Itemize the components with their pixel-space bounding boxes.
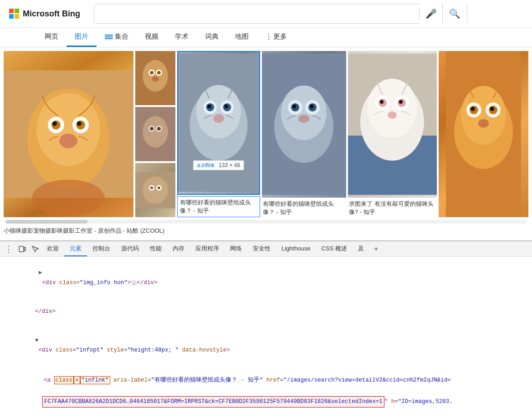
- devtools-toolbar: ⋮ 欢迎 元素 控制台 源代码 性能 内存 应用程序 网络 安全性 Lighth…: [0, 241, 532, 257]
- code-line-1[interactable]: ▶ <div class="img_info hon">…</div>: [0, 259, 532, 297]
- caption-col-2-spacer: [177, 226, 179, 235]
- inspect-element-icon[interactable]: [29, 243, 41, 255]
- image-captions-row: 小猫咪摄影宠物摄影咪摄影工作室 - 原创作品 - 站酷 (ZCOOL): [4, 226, 528, 237]
- image-grid: a.inflnk 133 × 48 有哪些好看的猫咪壁纸或头像？ - 知乎: [4, 51, 528, 217]
- devtools-tab-performance[interactable]: 性能: [144, 242, 167, 256]
- device-mode-icon[interactable]: [16, 243, 29, 255]
- svg-point-7: [52, 122, 57, 126]
- small-cat-2-img: [135, 107, 175, 161]
- svg-rect-72: [19, 246, 24, 252]
- tab-images[interactable]: 图片: [66, 28, 97, 47]
- svg-point-12: [143, 60, 168, 92]
- devtools-tab-application[interactable]: 应用程序: [190, 242, 225, 256]
- devtools-tab-console[interactable]: 控制台: [87, 242, 116, 256]
- image-col-6[interactable]: [439, 51, 528, 217]
- image-cell-gray-cat-2[interactable]: [262, 51, 346, 198]
- svg-point-70: [490, 107, 494, 111]
- caption-3-text: 有哪些好看的猫咪壁纸或头像？ - 知乎: [262, 199, 346, 217]
- tab-map[interactable]: 地图: [227, 28, 257, 47]
- svg-point-60: [399, 100, 403, 104]
- white-cat-img: [348, 51, 437, 198]
- image-col-2: [135, 51, 175, 217]
- devtools-tab-security[interactable]: 安全性: [247, 242, 276, 256]
- devtools-tab-sources[interactable]: 源代码: [116, 242, 144, 256]
- svg-point-50: [298, 115, 309, 123]
- svg-point-43: [281, 86, 327, 140]
- svg-point-39: [225, 105, 228, 108]
- mic-icon: 🎤: [425, 8, 437, 19]
- tab-collection[interactable]: 集合: [97, 28, 137, 47]
- tab-academic[interactable]: 学术: [167, 28, 197, 47]
- image-cell-small-cat-3[interactable]: [135, 163, 175, 217]
- image-col-4: 有哪些好看的猫咪壁纸或头像？ - 知乎: [262, 51, 346, 217]
- svg-point-61: [388, 112, 397, 119]
- svg-point-69: [471, 107, 475, 111]
- svg-point-38: [208, 105, 211, 108]
- code-line-4c[interactable]: 2"></a> == $0: [0, 408, 532, 418]
- gray-cat-img: [178, 52, 259, 194]
- image-cell-main-cat[interactable]: [4, 51, 133, 217]
- tag-open-1: <div: [39, 280, 59, 286]
- code-line-4b[interactable]: FC7FAA470CBBA826A2D1DCD6…0464185017&FORM…: [0, 396, 532, 408]
- caption-2-text: 有哪些好看的猫咪壁纸或头像？ - 知乎: [180, 199, 257, 215]
- tooltip-source: a.inflnk: [197, 162, 215, 168]
- logo-text: Microsoft Bing: [23, 9, 80, 19]
- image-cell-small-cat-1[interactable]: [135, 51, 175, 105]
- image-cell-small-cat-2[interactable]: [135, 107, 175, 161]
- devtools-tab-extra[interactable]: 及: [353, 242, 369, 256]
- devtools-tab-lighthouse[interactable]: Lighthouse: [276, 242, 316, 255]
- cat-image-1: [4, 51, 133, 217]
- more-dots-icon: ⋮: [265, 32, 272, 41]
- image-cell-gray-cat[interactable]: a.inflnk 133 × 48: [177, 51, 260, 195]
- code-line-3[interactable]: ▼ <div class="infopt" style="height:48px…: [0, 326, 532, 365]
- image-caption-4: 求图来了 有没有敲可爱的猫咪头像? - 知乎: [348, 199, 437, 217]
- svg-point-9: [59, 134, 77, 148]
- tab-collection-label: 集合: [115, 32, 128, 41]
- mic-button[interactable]: 🎤: [419, 4, 442, 24]
- search-input[interactable]: 猫咪: [94, 4, 419, 23]
- svg-point-10: [32, 180, 105, 216]
- devtools-tab-add[interactable]: +: [369, 242, 383, 256]
- image-caption-2: 有哪些好看的猫咪壁纸或头像？ - 知乎: [177, 196, 260, 217]
- image-cell-white-cat[interactable]: [348, 51, 437, 198]
- devtools-tab-elements[interactable]: 元素: [64, 242, 87, 256]
- inspect-svg: [31, 245, 39, 253]
- tooltip-size: 133 × 48: [219, 162, 240, 168]
- svg-point-64: [461, 86, 506, 145]
- tab-dict[interactable]: 词典: [197, 28, 227, 47]
- caption-4-text: 求图来了 有没有敲可爱的猫咪头像? - 知乎: [348, 199, 437, 217]
- collection-icon: [105, 35, 113, 39]
- svg-point-16: [157, 71, 161, 75]
- image-col-3[interactable]: a.inflnk 133 × 48 有哪些好看的猫咪壁纸或头像？ - 知乎: [177, 51, 260, 217]
- orange-cat-2-img: [439, 51, 528, 217]
- tab-more-label: 更多: [273, 32, 287, 41]
- svg-point-19: [143, 116, 168, 148]
- image-tooltip: a.inflnk 133 × 48: [193, 160, 244, 170]
- bing-logo[interactable]: Microsoft Bing: [9, 9, 87, 19]
- tab-video[interactable]: 视频: [137, 28, 167, 47]
- tab-more[interactable]: ⋮ 更多: [257, 28, 295, 47]
- gray-cat-2-img: [262, 51, 346, 198]
- svg-point-71: [478, 119, 489, 128]
- caption-1-text: 小猫咪摄影宠物摄影咪摄影工作室 - 原创作品 - 站酷 (ZCOOL): [4, 227, 164, 234]
- scroll-bar[interactable]: [5, 220, 527, 224]
- search-bar: 猫咪 🎤 🔍: [94, 4, 467, 24]
- devtools-dots-menu[interactable]: ⋮: [2, 244, 16, 254]
- devtools-tab-network[interactable]: 网络: [225, 242, 247, 256]
- svg-point-17: [152, 76, 159, 82]
- expand-icon-1: ▶: [39, 270, 42, 276]
- devtools-tab-memory[interactable]: 内存: [167, 242, 190, 256]
- code-line-4-selected[interactable]: <a class="inflnk" aria-label="有哪些好看的猫咪壁纸…: [0, 365, 532, 396]
- search-icon: 🔍: [449, 8, 460, 19]
- tab-webpage[interactable]: 网页: [36, 28, 66, 47]
- svg-point-8: [77, 122, 82, 126]
- svg-point-25: [143, 177, 168, 204]
- caption-col-1: 小猫咪摄影宠物摄影咪摄影工作室 - 原创作品 - 站酷 (ZCOOL): [4, 226, 175, 235]
- devtools-tab-welcome[interactable]: 欢迎: [41, 242, 64, 256]
- svg-point-15: [150, 71, 153, 75]
- devtools-tab-css[interactable]: CSS 概述: [316, 242, 353, 256]
- search-button[interactable]: 🔍: [442, 4, 467, 24]
- code-line-2[interactable]: </div>: [0, 297, 532, 326]
- scroll-thumb[interactable]: [5, 220, 87, 224]
- small-cat-1-img: [135, 51, 175, 105]
